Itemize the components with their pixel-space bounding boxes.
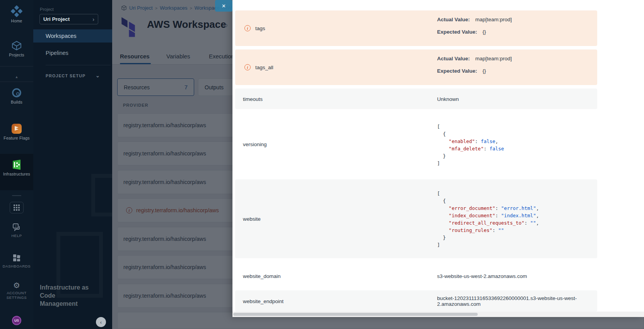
sidebar-item-infrastructures[interactable]: Infrastructures <box>0 159 33 176</box>
attribute-row-timeouts: timeouts Unknown <box>235 89 597 109</box>
module-footer-title: Infrastructure as Code Management <box>40 283 92 308</box>
triangle-up-icon: ▲ <box>15 75 19 79</box>
sidebar-divider <box>0 66 33 66</box>
drift-values: Actual Value:map[team:prod] Expected Val… <box>437 49 512 74</box>
sidebar-label-builds: Builds <box>0 100 33 104</box>
attribute-value: s3-website-us-west-2.amazonaws.com <box>437 273 527 279</box>
cube-icon <box>0 40 33 51</box>
attribute-row-website-endpoint: website_endpoint bucket-1202311131653369… <box>235 290 597 312</box>
harness-home-icon <box>0 5 33 17</box>
attribute-label: i tags <box>244 25 265 31</box>
horizontal-scrollbar <box>232 312 644 317</box>
actual-value-label: Actual Value: <box>437 56 470 61</box>
attribute-value: bucket-12023111316533692260000001.s3-web… <box>437 295 597 307</box>
attribute-name: versioning <box>243 141 267 147</box>
pipelines-label: Pipelines <box>46 50 68 56</box>
sidebar-divider <box>46 65 111 65</box>
svg-text:?: ? <box>15 225 17 228</box>
sidebar-item-account-settings[interactable]: ⚙ ACCOUNT SETTINGS <box>0 281 33 300</box>
attribute-row-tags-all: i tags_all Actual Value:map[team:prod] E… <box>235 49 597 85</box>
sidebar-label-feature-flags: Feature Flags <box>0 136 33 140</box>
project-section-label: Project <box>40 7 54 12</box>
actual-value: map[team:prod] <box>475 56 512 61</box>
sidebar-label-account: ACCOUNT <box>0 291 33 295</box>
attribute-row-website-domain: website_domain s3-website-us-west-2.amaz… <box>235 265 597 287</box>
sidebar-label-settings: SETTINGS <box>0 295 33 300</box>
expected-value: {} <box>483 68 486 74</box>
drift-info-icon: i <box>244 25 251 31</box>
sidebar-collapse-button[interactable]: ‹ <box>96 317 106 327</box>
chevron-down-icon: ⌄ <box>96 73 100 78</box>
project-setup-label: PROJECT SETUP <box>46 73 85 78</box>
sidebar-divider <box>0 82 33 82</box>
expected-value: {} <box>483 29 486 35</box>
dashboards-icon <box>0 253 33 263</box>
attribute-name: website_endpoint <box>243 298 284 304</box>
close-icon: ✕ <box>222 3 226 9</box>
attribute-name: website <box>243 216 261 222</box>
attribute-row-tags: i tags Actual Value:map[team:prod] Expec… <box>235 10 597 46</box>
module-grid-button[interactable] <box>10 202 24 213</box>
attribute-value: Unknown <box>437 96 459 102</box>
sidebar-dash-divider <box>12 195 21 196</box>
sidebar-item-workspaces[interactable]: Workspaces <box>33 29 112 43</box>
background-pattern <box>91 174 112 216</box>
drift-info-icon: i <box>244 64 251 70</box>
sidebar-item-dashboards[interactable]: DASHBOARDS <box>0 253 33 268</box>
app: Home Projects ▲ Builds Feature Flags <box>0 0 644 329</box>
user-avatar[interactable]: US <box>12 316 21 325</box>
sidebar-item-builds[interactable]: Builds <box>0 87 33 104</box>
sidebar-item-home[interactable]: Home <box>0 5 33 23</box>
close-button[interactable]: ✕ <box>215 0 232 12</box>
attribute-label: i tags_all <box>244 64 273 70</box>
sidebar-label-help: HELP <box>0 234 33 238</box>
json-code-block: [ { "error_document": "error.html", "ind… <box>437 190 539 249</box>
workspaces-label: Workspaces <box>46 33 77 39</box>
sidebar-item-help[interactable]: ? HELP <box>0 223 33 238</box>
sidebar-label-home: Home <box>0 19 33 23</box>
attribute-name: tags_all <box>255 65 273 70</box>
actual-value-label: Actual Value: <box>437 17 470 22</box>
sidebar-label-dashboards: DASHBOARDS <box>0 264 33 268</box>
infrastructures-icon <box>0 159 33 170</box>
attribute-name: tags <box>255 26 265 31</box>
sidebar-item-pipelines[interactable]: Pipelines <box>33 46 112 60</box>
help-chat-icon: ? <box>0 223 33 232</box>
builds-icon <box>0 87 33 98</box>
resource-details-drawer: i tags Actual Value:map[team:prod] Expec… <box>232 0 644 317</box>
chevron-left-icon: ‹ <box>100 319 102 325</box>
attribute-name: timeouts <box>243 96 263 102</box>
horizontal-scrollbar-thumb[interactable] <box>233 313 478 316</box>
expected-value-label: Expected Value: <box>437 68 477 74</box>
sidebar-collapse-section[interactable]: ▲ <box>0 73 33 80</box>
attribute-row-versioning: versioning [ { "enabled": false, "mfa_de… <box>235 113 597 176</box>
project-sidebar: Project Uri Project › Workspaces Pipelin… <box>33 0 112 329</box>
sidebar-item-projects[interactable]: Projects <box>0 40 33 57</box>
chevron-right-icon: › <box>92 16 94 22</box>
expected-value-label: Expected Value: <box>437 29 477 35</box>
drift-values: Actual Value:map[team:prod] Expected Val… <box>437 10 512 35</box>
attribute-name: website_domain <box>243 273 281 279</box>
sidebar-item-feature-flags[interactable]: Feature Flags <box>0 123 33 140</box>
attribute-row-website: website [ { "error_document": "error.htm… <box>235 179 597 258</box>
sidebar-label-projects: Projects <box>0 53 33 57</box>
grid-icon <box>14 205 20 211</box>
json-code-block: [ { "enabled": false, "mfa_delete": fals… <box>437 123 504 167</box>
gear-icon: ⚙ <box>0 281 33 289</box>
project-selector-value: Uri Project <box>43 16 70 22</box>
module-sidebar: Home Projects ▲ Builds Feature Flags <box>0 0 33 329</box>
project-selector[interactable]: Uri Project › <box>39 14 98 24</box>
actual-value: map[team:prod] <box>475 17 512 22</box>
sidebar-label-infrastructures: Infrastructures <box>0 172 33 176</box>
project-setup-toggle[interactable]: PROJECT SETUP ⌄ <box>46 73 100 78</box>
feature-flags-icon <box>0 123 33 134</box>
